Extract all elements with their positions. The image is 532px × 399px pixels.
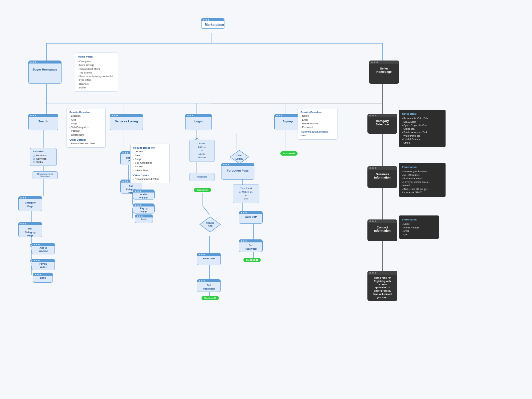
set-pass-right: SetPassword — [239, 239, 263, 252]
sub-cat-buyer-titlebar — [19, 222, 42, 225]
services-annotation: Results Based on: - Location - Area - Sh… — [130, 144, 170, 183]
signup-notify: *Notify me about awesome offers — [301, 130, 334, 137]
category-selection-node: CategorySelection — [367, 114, 397, 134]
includes-products: Products — [33, 154, 54, 157]
home-page-ann-title: Home Page: — [78, 55, 115, 59]
contact-titlebar — [367, 219, 397, 223]
signup-annotation: Results Based on: - Name - Email - Mobil… — [298, 108, 337, 140]
svg-text:OTP: OTP — [208, 225, 213, 227]
forgotten-pass-node: Forgotten Pass — [221, 163, 254, 180]
login-email-field: EmailAddressorMobileNumber — [193, 142, 211, 160]
thankyou-label: Thank You ! forRegistring withus. Yourap… — [367, 275, 397, 301]
biz-info-titlebar — [367, 166, 397, 170]
set-pass-main-label: SetPassword — [197, 282, 220, 292]
set-pass-main-success: Succeed! — [201, 296, 219, 300]
home-page-annotation: Home Page: - Categories - More savings -… — [75, 53, 118, 92]
set-pass-main: SetPassword — [197, 279, 221, 292]
buyer-homepage-label: Buyer Homepage — [29, 64, 61, 74]
login-password-field: Password — [190, 173, 214, 181]
seller-homepage-node: SellerHomepage — [369, 61, 399, 84]
services-label: Services Listing — [110, 117, 143, 126]
svg-text:Login?: Login? — [235, 158, 243, 160]
set-pass-main-titlebar — [197, 280, 220, 282]
biz-ann-items: - Name of your Business - No. of locatio… — [402, 170, 443, 195]
buyer-homepage-node: Buyer Homepage — [28, 61, 62, 84]
pay-wallet-srv-titlebar — [133, 204, 154, 206]
add-wishlist-buyer: Add toWishlist — [32, 243, 55, 254]
pay-wallet-buyer-label: Pay byWallet — [32, 262, 55, 270]
svg-marker-46 — [230, 150, 249, 164]
includes-seller: Seller — [33, 161, 54, 164]
add-wish-srv-label: Add toWishlist — [133, 193, 154, 200]
search-other-items: - Recommended Offers — [69, 142, 103, 145]
search-ann-title: Results Based on: — [69, 110, 103, 114]
forgotten-pass-label: Forgotten Pass — [221, 166, 254, 175]
enter-otp-right-label: Enter OTP — [239, 214, 262, 220]
signup-node: Signup — [274, 114, 301, 130]
srv-ann-items: - Location - Area - Shop - Sub-Categorie… — [133, 150, 167, 172]
set-pass-right-titlebar — [239, 240, 262, 242]
search-node: Search — [28, 114, 58, 130]
home-page-ann-items: - Categories - More savings - Today's be… — [78, 60, 115, 89]
categories-dark-items: - Restaurants, Cafe, Pub... - Spa & Salo… — [402, 117, 443, 145]
enter-otp-main: Enter OTP — [197, 253, 221, 265]
add-wish-srv-titlebar — [133, 190, 154, 193]
srv-ann-title: Results Based on: — [133, 146, 167, 150]
sub-category-buyer: Sub-CategoryPage — [18, 222, 42, 237]
recommended-searches: RecommendedSearches — [33, 171, 58, 179]
diagram-container: Marketplace Buyer Homepage Home Page: - … — [0, 0, 532, 399]
login-pass-label: Password — [193, 175, 211, 179]
svg-line-38 — [203, 206, 209, 214]
svg-text:Resend: Resend — [206, 222, 214, 224]
contact-info-annotation: Information: - Name - Phone Number - Ema… — [399, 215, 439, 239]
enter-otp-right: Enter OTP — [239, 211, 263, 224]
signup-success-badge: Succeed! — [280, 151, 298, 156]
thankyou-titlebar — [367, 271, 397, 275]
category-page-buyer: CategoryPage — [18, 196, 42, 211]
services-listing-node: Services Listing — [110, 114, 143, 130]
sub-cat-buyer-label: Sub-CategoryPage — [19, 225, 42, 240]
book-srv-titlebar — [135, 215, 153, 217]
signup-titlebar — [275, 114, 301, 117]
srv-other-items: - Recommended Offers — [133, 177, 167, 181]
seller-homepage-label: SellerHomepage — [369, 64, 399, 75]
book-buyer: Book — [33, 273, 53, 283]
cat-buyer-titlebar — [19, 197, 42, 199]
cat-sel-label: CategorySelection — [367, 117, 397, 128]
services-titlebar — [110, 114, 143, 117]
pay-wallet-srv-label: Pay byWallet — [133, 206, 154, 214]
book-buyer-titlebar — [33, 273, 53, 276]
cant-login-diamond: Can't Login? — [229, 150, 249, 165]
set-pass-right-success: Succeed! — [243, 258, 261, 262]
marketplace-label: Marketplace — [201, 21, 224, 28]
search-other-title: Other Details: — [69, 138, 103, 142]
resend-otp-diamond: Resend OTP — [200, 216, 221, 233]
add-wish-buyer-titlebar — [32, 243, 55, 246]
enter-otp-main-titlebar — [197, 253, 220, 256]
book-srv-label: Book — [135, 217, 153, 221]
book-srv: Book — [135, 214, 153, 223]
biz-ann-title: Information: — [402, 165, 443, 169]
seller-homepage-titlebar — [369, 61, 399, 64]
search-annotation: Results Based on: - Location - Area - Sh… — [66, 108, 106, 148]
signup-label: Signup — [275, 117, 301, 126]
pay-wallet-buyer-titlebar — [32, 259, 55, 262]
pay-wallet-srv: Pay byWallet — [133, 203, 155, 213]
contact-ann-title: Information: — [402, 218, 436, 222]
categories-dark-title: Categories: — [402, 112, 443, 116]
cat-sel-titlebar — [367, 114, 397, 117]
book-buyer-label: Book — [33, 276, 53, 280]
set-pass-right-label: SetPassword — [239, 242, 262, 252]
signup-ann-title: Results Based on: — [301, 110, 334, 114]
business-info-node: BusinessInformation — [367, 166, 397, 188]
includes-box: Includes: Products Services Seller — [30, 148, 57, 166]
biz-info-label: BusinessInformation — [367, 170, 397, 181]
login-titlebar — [186, 114, 211, 117]
search-titlebar — [29, 114, 58, 117]
pay-wallet-buyer: Pay byWallet — [32, 259, 55, 270]
thankyou-node: Thank You ! forRegistring withus. Yourap… — [367, 271, 397, 301]
includes-services: Services — [33, 157, 54, 160]
includes-title: Includes: — [33, 150, 54, 153]
marketplace-titlebar — [201, 19, 224, 21]
login-fields: EmailAddressorMobileNumber — [190, 140, 214, 162]
